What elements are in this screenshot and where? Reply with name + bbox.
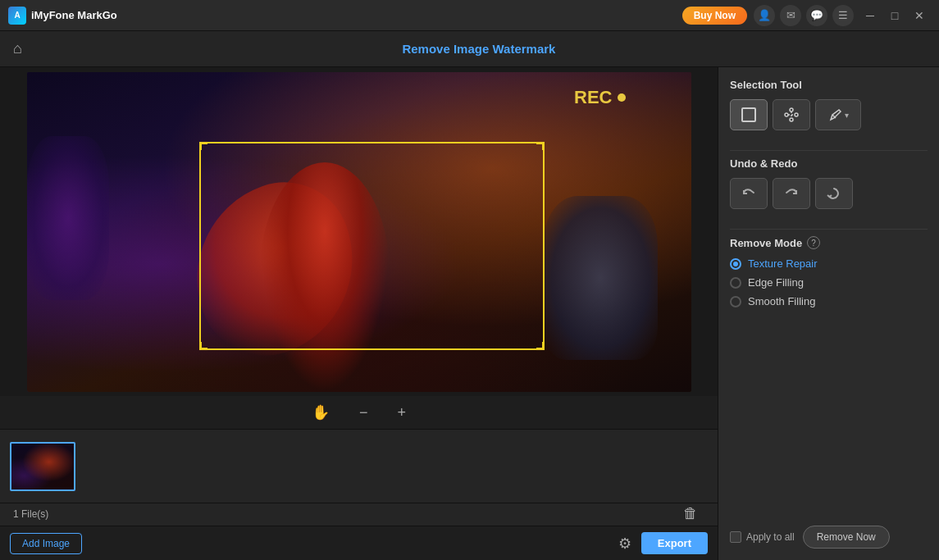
point-select-button[interactable] xyxy=(773,99,810,130)
thumbnail-footer: 1 File(s) 🗑 xyxy=(0,503,718,526)
app-logo: A iMyFone MarkGo xyxy=(8,7,117,25)
logo-icon: A xyxy=(8,7,26,25)
radio-group: Texture Repair Edge Filling Smooth Filli… xyxy=(730,257,928,307)
apply-all-checkbox[interactable] xyxy=(730,531,741,543)
image-wrapper: REC xyxy=(27,72,691,392)
svg-point-3 xyxy=(795,113,798,116)
image-container[interactable]: REC xyxy=(0,67,718,396)
trash-icon[interactable]: 🗑 xyxy=(683,505,698,522)
svg-point-2 xyxy=(790,108,793,112)
window-controls: ─ □ ✕ xyxy=(859,4,931,27)
remove-now-button[interactable]: Remove Now xyxy=(803,526,890,549)
svg-rect-0 xyxy=(742,108,755,121)
page-title: Remove Image Watermark xyxy=(32,42,926,56)
radio-edge-circle xyxy=(730,277,741,289)
radio-smooth-circle xyxy=(730,296,741,307)
remove-mode-title: Remove Mode xyxy=(730,237,802,249)
undo-redo-group xyxy=(730,178,928,209)
maximize-button[interactable]: □ xyxy=(883,4,906,27)
help-icon[interactable]: ? xyxy=(807,236,820,249)
svg-point-1 xyxy=(785,113,788,116)
character-armor xyxy=(543,196,658,360)
mode-smooth-label: Smooth Filling xyxy=(748,295,815,307)
menu-icon[interactable]: ☰ xyxy=(832,5,854,26)
remove-mode-section: Remove Mode ? Texture Repair Edge Fillin… xyxy=(730,236,928,321)
thumbnail-item[interactable] xyxy=(10,442,75,491)
add-image-button[interactable]: Add Image xyxy=(10,533,82,554)
main-content: REC ✋ − + xyxy=(0,67,939,560)
thumbnail-strip xyxy=(0,429,718,503)
apply-all-group: Apply to all xyxy=(730,531,795,543)
image-panel: REC ✋ − + xyxy=(0,67,718,560)
main-image: REC xyxy=(27,72,691,392)
selection-tool-title: Selection Tool xyxy=(730,79,928,91)
remove-mode-header: Remove Mode ? xyxy=(730,236,928,249)
undo-button[interactable] xyxy=(730,178,768,209)
account-icon[interactable]: 👤 xyxy=(754,5,775,26)
image-toolbar: ✋ − + xyxy=(0,396,718,429)
bottom-actions: Apply to all Remove Now xyxy=(730,526,928,549)
svg-point-4 xyxy=(790,118,793,121)
settings-icon[interactable]: ⚙ xyxy=(618,535,631,553)
nav-bar: ⌂ Remove Image Watermark xyxy=(0,31,939,67)
mode-texture-label: Texture Repair xyxy=(748,257,818,270)
buy-now-button[interactable]: Buy Now xyxy=(682,7,747,25)
title-bar: A iMyFone MarkGo Buy Now 👤 ✉ 💬 ☰ ─ □ ✕ xyxy=(0,0,939,31)
export-button[interactable]: Export xyxy=(641,532,708,554)
zoom-in-button[interactable]: + xyxy=(391,401,413,425)
divider-2 xyxy=(730,229,928,230)
title-bar-icons: 👤 ✉ 💬 ☰ xyxy=(754,5,854,26)
rec-dot xyxy=(618,93,626,102)
character-left xyxy=(27,136,109,300)
mode-edge-label: Edge Filling xyxy=(748,276,804,289)
rec-watermark: REC xyxy=(574,87,625,108)
undo-redo-title: Undo & Redo xyxy=(730,157,928,170)
zoom-out-button[interactable]: − xyxy=(353,401,375,425)
bottom-bar: Add Image ⚙ Export xyxy=(0,526,718,560)
message-icon[interactable]: 💬 xyxy=(806,5,827,26)
files-count: 1 File(s) xyxy=(13,508,48,520)
apply-all-label: Apply to all xyxy=(746,531,795,543)
rect-select-button[interactable] xyxy=(730,99,768,130)
mail-icon[interactable]: ✉ xyxy=(780,5,801,26)
radio-texture-circle xyxy=(730,258,741,270)
thumbnail-image xyxy=(11,444,74,489)
reset-button[interactable] xyxy=(815,178,853,209)
pen-select-button[interactable]: ▾ xyxy=(815,99,861,130)
home-icon[interactable]: ⌂ xyxy=(13,40,22,57)
divider-1 xyxy=(730,150,928,151)
app-name: iMyFone MarkGo xyxy=(31,9,117,21)
selection-tool-group: ▾ xyxy=(730,99,928,130)
mode-texture-repair[interactable]: Texture Repair xyxy=(730,257,928,270)
character-main xyxy=(259,162,390,392)
close-button[interactable]: ✕ xyxy=(908,4,931,27)
mode-smooth-filling[interactable]: Smooth Filling xyxy=(730,295,928,307)
mode-edge-filling[interactable]: Edge Filling xyxy=(730,276,928,289)
minimize-button[interactable]: ─ xyxy=(859,4,882,27)
pan-tool-button[interactable]: ✋ xyxy=(305,400,336,425)
redo-button[interactable] xyxy=(773,178,810,209)
right-panel: Selection Tool xyxy=(718,67,939,560)
